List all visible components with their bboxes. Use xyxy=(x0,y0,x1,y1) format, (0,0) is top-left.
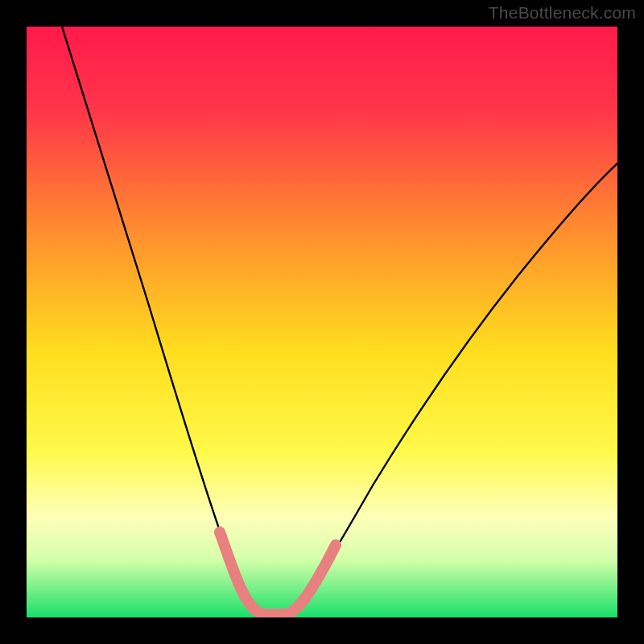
plot-area xyxy=(27,27,617,617)
watermark-text: TheBottleneck.com xyxy=(489,3,636,23)
chart-frame: TheBottleneck.com xyxy=(0,0,644,644)
gradient-background xyxy=(27,27,617,617)
plot-svg xyxy=(27,27,617,617)
